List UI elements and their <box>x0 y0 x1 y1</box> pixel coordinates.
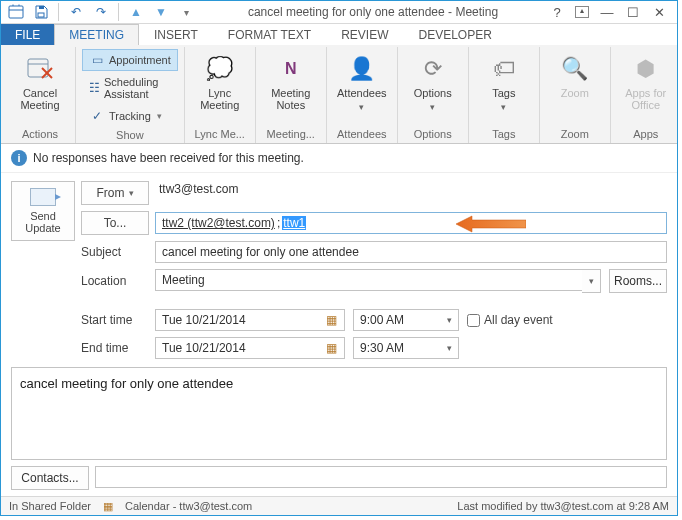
group-zoom: 🔍 Zoom Zoom <box>540 47 611 143</box>
subject-input[interactable] <box>155 241 667 263</box>
options-button[interactable]: ⟳ Options ▾ <box>404 49 462 117</box>
cancel-meeting-label: Cancel Meeting <box>13 87 67 111</box>
contacts-row: Contacts... <box>11 466 667 490</box>
send-update-button[interactable]: Send Update <box>11 181 75 241</box>
tab-insert[interactable]: INSERT <box>139 24 213 45</box>
info-bar: i No responses have been received for th… <box>1 144 677 173</box>
quick-access-toolbar: ↶ ↷ ▲ ▼ ▾ <box>1 1 197 23</box>
all-day-checkbox[interactable]: All day event <box>467 313 553 327</box>
maximize-icon[interactable]: ☐ <box>625 5 641 20</box>
options-icon: ⟳ <box>417 53 449 85</box>
group-actions: Cancel Meeting Actions <box>5 47 76 143</box>
help-icon[interactable]: ? <box>549 5 565 20</box>
group-lync-label: Lync Me... <box>191 126 249 143</box>
subject-label: Subject <box>81 245 147 259</box>
prev-icon[interactable]: ▲ <box>125 1 147 23</box>
tab-developer[interactable]: DEVELOPER <box>404 24 507 45</box>
qat-more-icon[interactable]: ▾ <box>175 1 197 23</box>
to-recipient-1[interactable]: ttw2 (ttw2@test.com) <box>162 216 275 230</box>
separator <box>58 3 59 21</box>
group-lync: 💭 Lync Meeting Lync Me... <box>185 47 256 143</box>
annotation-arrow <box>456 215 526 233</box>
svg-rect-0 <box>9 6 23 18</box>
zoom-button[interactable]: 🔍 Zoom <box>546 49 604 103</box>
location-dropdown[interactable]: ▾ <box>582 269 601 293</box>
tags-button[interactable]: 🏷 Tags ▾ <box>475 49 533 117</box>
folder-label: In Shared Folder <box>9 500 91 512</box>
attendees-button[interactable]: 👤 Attendees ▾ <box>333 49 391 117</box>
group-show-label: Show <box>82 127 178 144</box>
to-field[interactable]: ttw2 (ttw2@test.com); ttw1 <box>155 212 667 234</box>
svg-rect-5 <box>39 6 44 9</box>
tab-format-text[interactable]: FORMAT TEXT <box>213 24 326 45</box>
rooms-button[interactable]: Rooms... <box>609 269 667 293</box>
tracking-icon: ✓ <box>89 108 105 124</box>
next-icon[interactable]: ▼ <box>150 1 172 23</box>
cancel-meeting-button[interactable]: Cancel Meeting <box>11 49 69 115</box>
tab-review[interactable]: REVIEW <box>326 24 403 45</box>
appointment-icon: ▭ <box>89 52 105 68</box>
tracking-button[interactable]: ✓Tracking▾ <box>82 105 178 127</box>
tab-meeting[interactable]: MEETING <box>54 24 139 45</box>
from-value: ttw3@test.com <box>155 182 667 204</box>
apps-button[interactable]: ⬢ Apps for Office <box>617 49 675 115</box>
onenote-icon: N <box>275 53 307 85</box>
ribbon-toggle-icon[interactable]: ▴ <box>575 6 589 18</box>
meeting-notes-button[interactable]: N Meeting Notes <box>262 49 320 115</box>
calendar-icon[interactable]: ▦ <box>324 313 338 327</box>
undo-icon[interactable]: ↶ <box>65 1 87 23</box>
info-icon: i <box>11 150 27 166</box>
group-tags: 🏷 Tags ▾ Tags <box>469 47 540 143</box>
info-text: No responses have been received for this… <box>33 151 304 165</box>
tags-icon: 🏷 <box>488 53 520 85</box>
send-icon <box>30 188 56 206</box>
save-icon[interactable] <box>30 1 52 23</box>
location-input[interactable] <box>155 269 582 291</box>
to-recipient-2-selected[interactable]: ttw1 <box>282 216 306 230</box>
group-apps: ⬢ Apps for Office Apps <box>611 47 681 143</box>
attendees-icon: 👤 <box>346 53 378 85</box>
calendar-icon[interactable]: ▦ <box>324 341 338 355</box>
zoom-icon: 🔍 <box>559 53 591 85</box>
group-actions-label: Actions <box>11 126 69 143</box>
end-time-label: End time <box>81 341 147 355</box>
minimize-icon[interactable]: — <box>599 5 615 20</box>
group-apps-label: Apps <box>617 126 675 143</box>
appointment-button[interactable]: ▭Appointment <box>82 49 178 71</box>
app-icon[interactable] <box>5 1 27 23</box>
redo-icon[interactable]: ↷ <box>90 1 112 23</box>
ribbon: Cancel Meeting Actions ▭Appointment ☷Sch… <box>1 45 677 144</box>
separator <box>118 3 119 21</box>
end-time-input[interactable]: 9:30 AM▾ <box>353 337 459 359</box>
group-zoom-label: Zoom <box>546 126 604 143</box>
start-time-input[interactable]: 9:00 AM▾ <box>353 309 459 331</box>
scheduling-button[interactable]: ☷Scheduling Assistant <box>82 73 178 103</box>
meeting-window: ↶ ↷ ▲ ▼ ▾ cancel meeting for only one at… <box>0 0 678 516</box>
close-icon[interactable]: ✕ <box>651 5 667 20</box>
group-attendees-label: Attendees <box>333 126 391 143</box>
lync-meeting-button[interactable]: 💭 Lync Meeting <box>191 49 249 115</box>
group-tags-label: Tags <box>475 126 533 143</box>
last-modified: Last modified by ttw3@test.com at 9:28 A… <box>457 500 669 512</box>
tab-file[interactable]: FILE <box>1 24 54 45</box>
end-date-input[interactable]: Tue 10/21/2014▦ <box>155 337 345 359</box>
contacts-button[interactable]: Contacts... <box>11 466 89 490</box>
window-title: cancel meeting for only one attendee - M… <box>197 5 549 19</box>
ribbon-tabs: FILE MEETING INSERT FORMAT TEXT REVIEW D… <box>1 24 677 45</box>
from-button[interactable]: From ▾ <box>81 181 149 205</box>
group-show: ▭Appointment ☷Scheduling Assistant ✓Trac… <box>76 47 185 143</box>
contacts-input[interactable] <box>95 466 667 488</box>
window-controls: ? ▴ — ☐ ✕ <box>549 5 677 20</box>
calendar-name: Calendar - ttw3@test.com <box>125 500 252 512</box>
body-area <box>11 367 667 460</box>
title-bar: ↶ ↷ ▲ ▼ ▾ cancel meeting for only one at… <box>1 1 677 24</box>
svg-marker-10 <box>456 216 526 232</box>
group-notes: N Meeting Notes Meeting... <box>256 47 327 143</box>
status-bar: In Shared Folder ▦ Calendar - ttw3@test.… <box>1 496 677 515</box>
body-textarea[interactable] <box>11 367 667 460</box>
start-date-input[interactable]: Tue 10/21/2014▦ <box>155 309 345 331</box>
location-label: Location <box>81 274 147 288</box>
to-button[interactable]: To... <box>81 211 149 235</box>
cancel-meeting-icon <box>24 53 56 85</box>
group-notes-label: Meeting... <box>262 126 320 143</box>
